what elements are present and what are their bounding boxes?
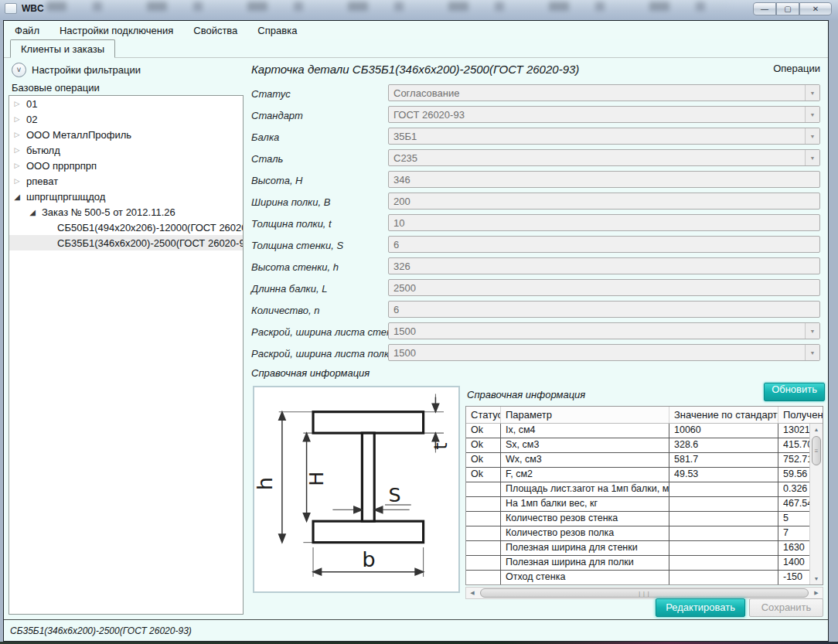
menu-help[interactable]: Справка [257,25,297,36]
scroll-up-icon[interactable]: ▲ [810,424,823,435]
col-parameter[interactable]: Параметр [501,407,669,423]
cell-status [466,556,501,570]
maximize-button[interactable]: ▢ [776,2,799,15]
table-row[interactable]: Отход стенка -150 [466,571,823,584]
filter-expander[interactable]: ˅ Настройки фильтрации [7,61,244,78]
form-row: Высота, H 346 ▼ [251,171,820,193]
expander-icon[interactable]: ◢ [11,193,23,201]
edit-button[interactable]: Редактировать [656,598,745,617]
expander-icon[interactable]: ▷ [11,131,23,138]
window-border-right [829,20,838,644]
field-input[interactable]: 1500 ▼ [388,322,820,339]
expander-icon[interactable]: ▷ [11,177,23,185]
expander-icon[interactable]: ▷ [11,115,23,123]
tree-item-label: ООО пррпрпрп [23,160,100,172]
table-body: Ok Ix, см4 10060 13021.899 Ok Sx, см3 32… [466,424,823,584]
dropdown-arrow-icon[interactable]: ▼ [805,107,819,122]
expander-icon[interactable]: ◢ [26,208,39,216]
tree-item[interactable]: СБ35Б1(346х6х200)-2500(ГОСТ 26020-93) [9,235,243,250]
table-row[interactable]: Ok Wx, см3 581.7 752.711 [466,453,823,468]
tree-item-label: СБ50Б1(494х20х206)-12000(ГОСТ 26020-93) [54,222,244,233]
tree-item[interactable]: СБ50Б1(494х20х206)-12000(ГОСТ 26020-93) [9,220,243,235]
minimize-icon: — [761,5,768,13]
application-window: WBC — ▢ ✕ Файл Настройки подключения Сво… [0,0,838,644]
cell-status [466,497,501,511]
tab-clients-orders[interactable]: Клиенты и заказы [10,39,115,58]
table-row[interactable]: Площадь лист.загот на 1мп балки, м2 0.32… [466,482,823,497]
tree-item[interactable]: ▷ 01 [9,96,243,111]
expander-icon[interactable]: ▷ [11,146,23,154]
dim-t-label: t [430,442,451,449]
form-row: Балка 35Б1 ▼ [251,128,820,149]
menu-properties[interactable]: Свойства [193,25,237,36]
field-input[interactable]: 10 ▼ [388,214,820,231]
tree-item[interactable]: ▷ ООО МеталлПрофиль [9,127,243,142]
minimize-button[interactable]: — [753,2,776,15]
field-input[interactable]: С235 ▼ [388,149,820,166]
dropdown-arrow-icon[interactable]: ▼ [805,128,819,144]
tree-item[interactable]: ◢ шпргщпргшщдод [9,189,243,204]
col-status[interactable]: Статус [466,407,501,423]
operations-expander[interactable]: Операции [773,63,820,76]
menu-file[interactable]: Файл [15,25,39,36]
save-button[interactable]: Сохранить [749,598,823,617]
close-button[interactable]: ✕ [799,2,832,15]
field-input[interactable]: Согласование ▼ [388,84,820,101]
table-row[interactable]: Количество резов полка 7 [466,526,823,541]
vertical-scroll-thumb[interactable]: ≡ [812,436,821,465]
tree-item-label: ООО МеталлПрофиль [23,129,135,141]
table-row[interactable]: Ok F, см2 49.53 59.56 [466,468,823,482]
field-input[interactable]: 6 ▼ [388,236,820,253]
scroll-right-icon[interactable]: ▶ [810,590,823,596]
tree-item[interactable]: ▷ рпеват [9,173,243,189]
cell-status [466,482,501,496]
tree-item[interactable]: ◢ Заказ № 500-5 от 2012.11.26 [9,204,243,220]
menu-connection-settings[interactable]: Настройки подключения [60,25,173,36]
tree-item-label: шпргщпргшщдод [23,191,108,203]
form-row: Стандарт ГОСТ 26020-93 ▼ [251,106,820,128]
field-value: 1500 [389,347,805,359]
col-standard-value[interactable]: Значение по стандарту [669,407,778,423]
chevron-down-icon[interactable]: ˅ [12,63,26,77]
cell-status: Ok [466,453,501,467]
col-obtained-value[interactable]: Полученное значение [778,407,823,423]
vertical-scrollbar[interactable]: ▲ ≡ ▼ [809,424,823,584]
field-input[interactable]: 2500 ▼ [388,279,820,296]
table-row[interactable]: Полезная ширина для полки 1400 [466,556,823,571]
dim-H-label: H [305,472,328,486]
table-row[interactable]: На 1мп балки вес, кг 467.546 [466,497,823,512]
table-row[interactable]: Ok Ix, см4 10060 13021.899 [466,424,823,438]
expander-icon[interactable]: ▷ [11,100,23,107]
expander-icon[interactable]: ▷ [11,162,23,169]
field-label: Толщина стенки, S [251,240,343,251]
dropdown-arrow-icon[interactable]: ▼ [805,345,819,360]
cell-standard-value [669,571,778,584]
status-text: СБ35Б1(346х6х200)-2500(ГОСТ 26020-93) [10,625,192,636]
table-row[interactable]: Количество резов стенка 5 [466,512,823,526]
scroll-down-icon[interactable]: ▼ [810,573,823,584]
horizontal-scroll-thumb[interactable]: | | | [480,588,809,598]
field-input[interactable]: ГОСТ 26020-93 ▼ [388,106,820,123]
table-row[interactable]: Ok Sx, см3 328.6 415.707 [466,438,823,453]
refresh-button[interactable]: Обновить [764,383,825,401]
field-input[interactable]: 346 ▼ [388,171,820,188]
field-input[interactable]: 35Б1 ▼ [388,128,820,145]
field-input[interactable]: 326 ▼ [388,257,820,274]
field-input[interactable]: 1500 ▼ [388,344,820,361]
tree-item[interactable]: ▷ бьтюлд [9,142,243,158]
tree-item[interactable]: ▷ 02 [9,111,243,127]
table-row[interactable]: Полезная ширина для стенки 1630 [466,541,823,556]
horizontal-scrollbar[interactable]: ◀ | | | ▶ [465,587,823,599]
cell-status: Ok [466,438,501,452]
form-row: Сталь С235 ▼ [251,149,820,171]
dropdown-arrow-icon[interactable]: ▼ [805,85,819,101]
cell-parameter: Количество резов полка [501,526,669,540]
aero-glass-blur [46,2,730,11]
scroll-left-icon[interactable]: ◀ [466,590,479,596]
dropdown-arrow-icon[interactable]: ▼ [805,323,819,339]
status-bar: СБ35Б1(346х6х200)-2500(ГОСТ 26020-93) [4,619,828,641]
field-input[interactable]: 6 ▼ [388,301,820,318]
tree-item[interactable]: ▷ ООО пррпрпрп [9,158,243,173]
field-input[interactable]: 200 ▼ [388,193,820,210]
dropdown-arrow-icon[interactable]: ▼ [805,150,819,165]
